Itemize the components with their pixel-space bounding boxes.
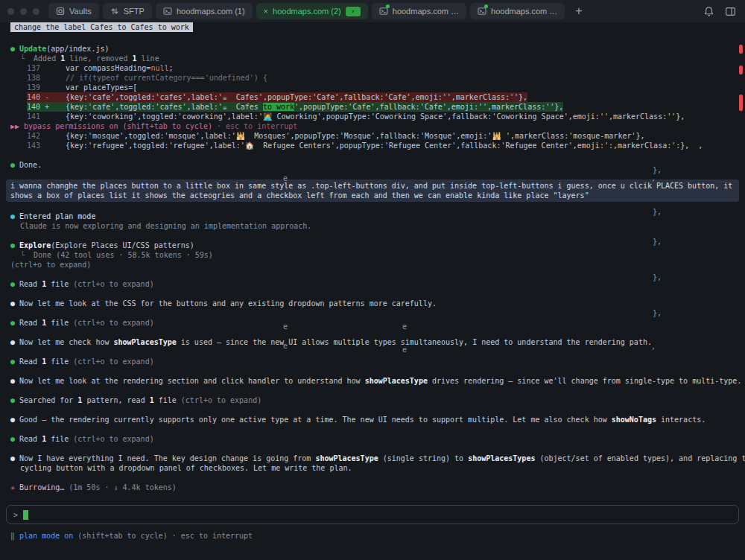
session-badge: ›	[346, 7, 361, 16]
user-message-line: i wanna changhe the places button to a l…	[10, 181, 735, 191]
code-line: 140 +{key:'cafe',toggled:'cafes',label:'…	[0, 102, 745, 112]
tab-label: hoodmaps.com (1)	[177, 7, 245, 16]
text-segment: ●	[10, 241, 19, 249]
text-segment: Read	[19, 435, 42, 443]
tab-list: VaultsSFTPhoodmaps.com (1)×hoodmaps.com …	[48, 3, 565, 19]
tab-icon-wrap	[478, 7, 486, 16]
text-segment: · esc to interrupt	[168, 532, 253, 540]
text-segment: Read	[19, 280, 42, 288]
tab-label: hoodmaps.com …	[393, 7, 459, 16]
user-message: i wanna changhe the places button to a l…	[6, 179, 739, 202]
terminal-gap	[0, 150, 745, 160]
text-segment: Now let me check how	[19, 338, 113, 346]
line-number: 142	[27, 131, 66, 141]
text-segment: ',popupType:'Cafe',fallback:'Cafe',emoji…	[294, 103, 563, 111]
code-line: 143{key:'refugee',toggled:'refugee',labe…	[0, 141, 745, 150]
text-segment: Explore	[19, 241, 51, 249]
render-artifact: e	[283, 322, 288, 331]
render-artifact: e	[283, 174, 288, 183]
tab-icon-wrap	[163, 7, 172, 16]
terminal-line: ● Read 1 file (ctrl+o to expand)	[0, 434, 745, 444]
terminal-line: ▶▶ bypass permissions on (shift+tab to c…	[0, 121, 745, 131]
text-segment: ●	[10, 280, 19, 288]
text-segment: line	[137, 54, 159, 63]
text-segment: ‖	[10, 532, 19, 540]
render-artifact: e	[402, 322, 407, 331]
window-control-minimize[interactable]	[20, 8, 27, 15]
text-segment: └	[20, 54, 34, 63]
diff-removed-line: 140 -{key:'cafe',toggled:'cafes',label:'…	[27, 92, 527, 102]
text-segment: file	[46, 435, 73, 443]
new-tab-button[interactable]: +	[571, 4, 586, 19]
scrollbar-diff-mark	[739, 95, 743, 111]
tab-hoodmaps-com-2[interactable]: ×hoodmaps.com (2)›	[256, 3, 368, 19]
terminal-line: ● Searched for 1 pattern, read 1 file (c…	[0, 395, 745, 405]
tab-hoodmaps-com[interactable]: hoodmaps.com …	[470, 3, 565, 19]
code-line: 138// if(typeof currentCategory==='undef…	[0, 73, 745, 83]
terminal-gap	[0, 473, 745, 483]
render-artifact: },	[653, 207, 662, 217]
text-segment: is used — since the new UI allows multip…	[177, 338, 652, 346]
render-artifact: ,	[651, 174, 656, 183]
text-segment: ●	[10, 396, 19, 404]
text-segment: plan mode on	[19, 532, 73, 540]
terminal-line: ● Now let me check how showPlacesType is…	[0, 337, 745, 347]
render-artifact: ,	[651, 342, 656, 351]
window-control-zoom[interactable]	[33, 8, 39, 15]
text-segment: (single string) to	[378, 454, 468, 462]
text-segment: Done.	[19, 161, 42, 169]
prompt-input[interactable]: >	[6, 505, 739, 524]
text-segment: var placeTypes=[	[66, 83, 137, 92]
tab-vaults[interactable]: Vaults	[48, 3, 99, 19]
tab-icon-wrap	[110, 7, 119, 16]
selection-highlight: change the label Cafes to Cafes to work	[10, 22, 193, 32]
tab-bar: VaultsSFTPhoodmaps.com (1)×hoodmaps.com …	[0, 0, 745, 22]
line-number: 138	[27, 73, 66, 83]
text-segment: └	[20, 251, 34, 259]
terminal-line: ● Now let me look at the CSS for the but…	[0, 299, 745, 308]
side-panel-toggle-icon[interactable]	[725, 6, 736, 17]
text-segment: file	[46, 280, 73, 288]
text-segment: Now let me look at the rendering section…	[19, 377, 365, 385]
notifications-bell-icon[interactable]	[703, 6, 714, 17]
tab-hoodmaps-com[interactable]: hoodmaps.com …	[372, 3, 466, 19]
terminal-line: ● Explore(Explore Places UI/CSS patterns…	[0, 241, 745, 250]
text-segment: Now I have everything I need. The key de…	[19, 454, 315, 462]
terminal-line: (ctrl+o to expand)	[0, 260, 745, 270]
window-control-close[interactable]	[7, 8, 14, 15]
terminal-gap	[0, 405, 745, 415]
text-segment: line, removed	[65, 54, 132, 63]
code-row: 142{key:'mosque',toggled:'mosque',label:…	[27, 131, 645, 141]
code-row: 137var compassHeading=null;	[27, 63, 174, 73]
text-segment: file	[46, 319, 73, 327]
text-segment: ●	[10, 454, 19, 462]
status-line: ‖ plan mode on (shift+tab to cycle) · es…	[0, 531, 745, 541]
tab-hoodmaps-com-1[interactable]: hoodmaps.com (1)	[156, 3, 253, 19]
text-segment: interacts.	[656, 416, 706, 424]
terminal-line: ● Read 1 file (ctrl+o to expand)	[0, 357, 745, 366]
text-segment: ●	[10, 338, 19, 346]
terminal-gap	[0, 386, 745, 395]
text-segment: showPlacesTypes	[468, 454, 535, 462]
text-segment: (ctrl+o to expand)	[10, 261, 91, 269]
text-segment: Searched for	[19, 396, 77, 404]
text-cursor	[23, 510, 28, 520]
text-segment: ●	[10, 45, 19, 53]
window-controls	[7, 8, 39, 15]
tab-sftp[interactable]: SFTP	[103, 3, 152, 19]
terminal-line: Claude is now exploring and designing an…	[0, 221, 745, 231]
terminal-gap	[0, 424, 745, 434]
text-segment: (app/index.js)	[46, 45, 109, 53]
close-icon[interactable]: ×	[264, 7, 268, 16]
text-segment: Read	[19, 357, 42, 366]
terminal-gap	[0, 308, 745, 318]
connection-dot	[484, 4, 488, 8]
text-segment: {key:'coworking',toggled:'coworking',lab…	[66, 112, 685, 121]
diff-added-line: 140 +{key:'cafe',toggled:'cafes',label:'…	[27, 102, 563, 112]
tab-icon-wrap	[56, 7, 65, 16]
terminal-line: ● Good — the rendering currently support…	[0, 415, 745, 424]
user-message-line: shows a box of places list it shows the …	[10, 191, 735, 200]
text-segment: (ctrl+o to expand)	[73, 435, 153, 443]
terminal-gap	[0, 289, 745, 299]
code-row: 141{key:'coworking',toggled:'coworking',…	[27, 112, 685, 121]
